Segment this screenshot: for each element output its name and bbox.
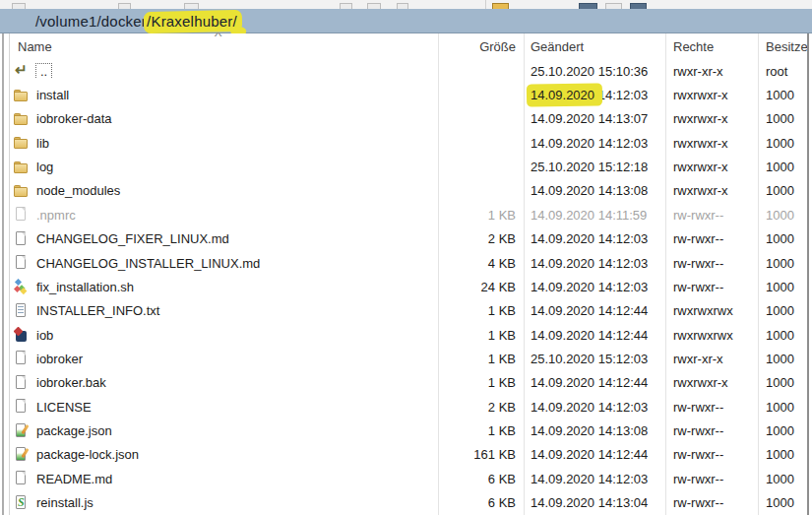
- file-name: CHANGELOG_INSTALLER_LINUX.md: [36, 256, 260, 271]
- file-list: .. 25.10.2020 15:10:36 rwxr-xr-x root in…: [0, 59, 812, 515]
- file-rights: rwxrwxr-x: [665, 375, 758, 390]
- json-file-icon: [14, 447, 30, 463]
- folder-icon: [14, 111, 30, 127]
- file-rights: rw-rwxr--: [665, 447, 758, 462]
- file-name: LICENSE: [36, 400, 92, 415]
- file-icon: [14, 399, 30, 415]
- file-row[interactable]: CHANGELOG_FIXER_LINUX.md 2 KB 14.09.2020…: [0, 227, 812, 251]
- file-size: 2 KB: [438, 231, 524, 246]
- file-owner: 1000: [758, 183, 812, 198]
- file-modified: 14.09.2020 14:12:03: [524, 231, 665, 246]
- file-modified: 14.09.2020 14:12:03: [524, 280, 665, 294]
- file-name: INSTALLER_INFO.txt: [36, 303, 159, 318]
- folder-icon: [14, 135, 30, 151]
- file-rights: rw-rwxr--: [665, 231, 758, 246]
- file-icon: [14, 375, 30, 391]
- file-row[interactable]: iobroker-data 14.09.2020 14:13:07 rwxrwx…: [0, 107, 812, 131]
- file-row[interactable]: LICENSE 2 KB 14.09.2020 14:12:03 rw-rwxr…: [0, 395, 812, 418]
- file-name: iobroker: [36, 352, 83, 366]
- file-modified: 14.09.2020 14:13:04: [524, 495, 665, 510]
- file-rights: rwxrwxr-x: [665, 111, 758, 126]
- file-size: 1 KB: [438, 328, 524, 343]
- file-name: package-lock.json: [36, 447, 139, 462]
- file-owner: 1000: [758, 328, 812, 343]
- file-modified: 14.09.2020 14:13:07: [524, 111, 665, 126]
- toolbar-strip: [0, 0, 812, 9]
- file-row[interactable]: CHANGELOG_INSTALLER_LINUX.md 4 KB 14.09.…: [0, 251, 812, 275]
- file-rights: rwxrwxr-x: [665, 88, 758, 102]
- toolbar-separator: [485, 0, 486, 9]
- column-header-rights[interactable]: Rechte: [665, 39, 758, 54]
- file-modified: 25.10.2020 15:12:03: [524, 352, 665, 366]
- file-row[interactable]: reinstall.js 6 KB 14.09.2020 14:13:04 rw…: [0, 490, 812, 514]
- file-row[interactable]: package-lock.json 161 KB 14.09.2020 14:1…: [0, 443, 812, 467]
- file-size: 6 KB: [438, 472, 524, 486]
- file-owner: 1000: [758, 495, 812, 510]
- file-row[interactable]: README.md 6 KB 14.09.2020 14:12:03 rw-rw…: [0, 467, 812, 490]
- js-file-icon: [14, 495, 30, 511]
- file-size: 1 KB: [438, 352, 524, 366]
- file-owner: 1000: [758, 375, 812, 390]
- file-owner: 1000: [758, 303, 812, 318]
- file-rights: rwxrwxrwx: [665, 328, 758, 343]
- file-owner: 1000: [758, 88, 812, 102]
- file-rights: rw-rwxr--: [665, 423, 758, 438]
- text-file-icon: [14, 303, 30, 319]
- file-rights: rw-rwxr--: [665, 280, 758, 294]
- file-name: fix_installation.sh: [36, 280, 134, 294]
- file-owner: root: [758, 64, 812, 79]
- file-size: 6 KB: [438, 495, 524, 510]
- parent-dir-icon: [14, 63, 30, 79]
- date-highlighted-segment: 14.09.2020: [531, 88, 594, 102]
- file-row[interactable]: node_modules 14.09.2020 14:13:08 rwxrwxr…: [0, 179, 812, 203]
- file-rights: rw-rwxr--: [665, 472, 758, 486]
- file-modified: 25.10.2020 15:12:18: [524, 160, 665, 174]
- file-icon: [14, 231, 30, 247]
- file-name: lib: [36, 136, 49, 151]
- file-modified: 14.09.2020 14:12:44: [524, 328, 665, 343]
- file-rights: rw-rwxr--: [665, 495, 758, 510]
- file-row[interactable]: .. 25.10.2020 15:10:36 rwxr-xr-x root: [0, 59, 812, 83]
- file-owner: 1000: [758, 280, 812, 294]
- file-row[interactable]: INSTALLER_INFO.txt 1 KB 14.09.2020 14:12…: [0, 299, 812, 323]
- file-row[interactable]: lib 14.09.2020 14:12:03 rwxrwxr-x 1000: [0, 131, 812, 155]
- file-name: reinstall.js: [36, 495, 94, 510]
- file-row[interactable]: .npmrc 1 KB 14.09.2020 14:11:59 rw-rwxr-…: [0, 203, 812, 226]
- file-size: 1 KB: [438, 303, 524, 318]
- file-name: log: [36, 160, 53, 174]
- file-row[interactable]: iob 1 KB 14.09.2020 14:12:44 rwxrwxrwx 1…: [0, 323, 812, 347]
- folder-icon: [14, 88, 30, 103]
- file-name: iobroker.bak: [36, 375, 106, 390]
- sort-ascending-icon: ^: [215, 31, 222, 42]
- file-rights: rw-rwxr--: [665, 256, 758, 271]
- folder-icon: [14, 160, 30, 175]
- path-bar[interactable]: /volume1/docker/Kraxelhuber/: [0, 9, 812, 33]
- json-file-icon: [14, 423, 30, 439]
- file-owner: 1000: [758, 472, 812, 486]
- file-modified: 14.09.2020 14:12:03: [524, 256, 665, 271]
- column-header-size[interactable]: Größe: [438, 39, 524, 54]
- file-icon: [14, 255, 30, 271]
- column-header-row: Name Größe Geändert Rechte Besitze: [0, 33, 812, 59]
- file-icon: [14, 351, 30, 366]
- file-size: 1 KB: [438, 375, 524, 390]
- column-header-owner[interactable]: Besitze: [758, 39, 812, 54]
- file-size: 1 KB: [438, 208, 524, 223]
- file-row[interactable]: install 14.09.2020 14:12:03 rwxrwxr-x 10…: [0, 83, 812, 106]
- iob-file-icon: [14, 327, 30, 343]
- file-name: CHANGELOG_FIXER_LINUX.md: [36, 231, 229, 246]
- file-row[interactable]: iobroker.bak 1 KB 14.09.2020 14:12:44 rw…: [0, 371, 812, 395]
- file-row[interactable]: package.json 1 KB 14.09.2020 14:13:08 rw…: [0, 418, 812, 442]
- file-icon: [14, 471, 30, 486]
- file-rights: rwxrwxr-x: [665, 136, 758, 151]
- column-header-date[interactable]: Geändert: [524, 39, 665, 54]
- file-size: 161 KB: [438, 447, 524, 462]
- path-highlighted-segment: /Kraxelhuber/: [147, 13, 237, 30]
- file-owner: 1000: [758, 111, 812, 126]
- file-row[interactable]: log 25.10.2020 15:12:18 rwxrwxr-x 1000: [0, 155, 812, 178]
- file-row[interactable]: fix_installation.sh 24 KB 14.09.2020 14:…: [0, 275, 812, 298]
- file-rights: rwxr-xr-x: [665, 352, 758, 366]
- file-row[interactable]: iobroker 1 KB 25.10.2020 15:12:03 rwxr-x…: [0, 347, 812, 370]
- file-owner: 1000: [758, 423, 812, 438]
- file-modified: 25.10.2020 15:10:36: [524, 64, 665, 79]
